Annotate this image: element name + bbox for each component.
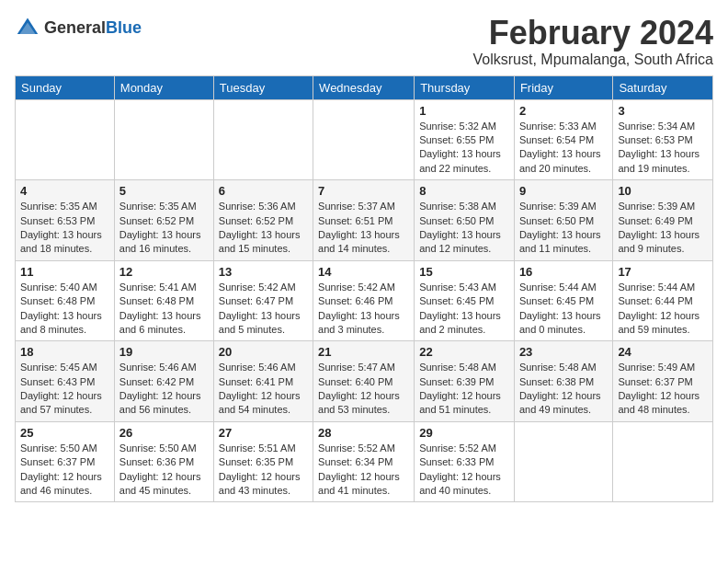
calendar-cell: 26Sunrise: 5:50 AM Sunset: 6:36 PM Dayli…	[114, 421, 213, 502]
day-info: Sunrise: 5:46 AM Sunset: 6:42 PM Dayligh…	[119, 361, 209, 418]
weekday-header-saturday: Saturday	[613, 75, 713, 99]
day-number: 14	[318, 265, 409, 279]
calendar-cell: 8Sunrise: 5:38 AM Sunset: 6:50 PM Daylig…	[415, 180, 515, 261]
logo-text-general: General	[44, 18, 106, 37]
calendar-cell: 9Sunrise: 5:39 AM Sunset: 6:50 PM Daylig…	[514, 180, 613, 261]
day-info: Sunrise: 5:52 AM Sunset: 6:33 PM Dayligh…	[419, 442, 509, 499]
day-number: 28	[318, 426, 409, 440]
day-number: 13	[219, 265, 308, 279]
day-info: Sunrise: 5:48 AM Sunset: 6:38 PM Dayligh…	[519, 361, 609, 418]
day-info: Sunrise: 5:39 AM Sunset: 6:50 PM Dayligh…	[519, 200, 609, 257]
day-number: 24	[618, 345, 708, 359]
day-number: 5	[119, 184, 209, 198]
calendar-week-row: 4Sunrise: 5:35 AM Sunset: 6:53 PM Daylig…	[16, 180, 713, 261]
day-info: Sunrise: 5:37 AM Sunset: 6:51 PM Dayligh…	[318, 200, 409, 257]
day-number: 8	[419, 184, 509, 198]
logo: GeneralBlue	[15, 15, 142, 40]
day-number: 19	[119, 345, 209, 359]
calendar-cell	[213, 99, 313, 180]
calendar-cell: 18Sunrise: 5:45 AM Sunset: 6:43 PM Dayli…	[16, 341, 115, 422]
calendar-cell: 24Sunrise: 5:49 AM Sunset: 6:37 PM Dayli…	[613, 341, 713, 422]
weekday-header-row: SundayMondayTuesdayWednesdayThursdayFrid…	[16, 75, 713, 99]
day-number: 27	[219, 426, 308, 440]
day-info: Sunrise: 5:38 AM Sunset: 6:50 PM Dayligh…	[419, 200, 509, 257]
calendar-cell: 27Sunrise: 5:51 AM Sunset: 6:35 PM Dayli…	[213, 421, 313, 502]
weekday-header-sunday: Sunday	[16, 75, 115, 99]
day-info: Sunrise: 5:48 AM Sunset: 6:39 PM Dayligh…	[419, 361, 509, 418]
month-title: February 2024	[473, 15, 713, 52]
day-number: 20	[219, 345, 308, 359]
day-info: Sunrise: 5:44 AM Sunset: 6:45 PM Dayligh…	[519, 281, 609, 338]
header: GeneralBlue February 2024 Volksrust, Mpu…	[15, 15, 713, 68]
day-info: Sunrise: 5:32 AM Sunset: 6:55 PM Dayligh…	[419, 120, 509, 177]
calendar-cell	[114, 99, 213, 180]
day-number: 25	[20, 426, 109, 440]
day-info: Sunrise: 5:42 AM Sunset: 6:46 PM Dayligh…	[318, 281, 409, 338]
day-number: 12	[119, 265, 209, 279]
day-info: Sunrise: 5:42 AM Sunset: 6:47 PM Dayligh…	[219, 281, 308, 338]
weekday-header-tuesday: Tuesday	[213, 75, 313, 99]
day-number: 6	[219, 184, 308, 198]
calendar-cell: 17Sunrise: 5:44 AM Sunset: 6:44 PM Dayli…	[613, 260, 713, 341]
day-info: Sunrise: 5:39 AM Sunset: 6:49 PM Dayligh…	[618, 200, 708, 257]
day-number: 21	[318, 345, 409, 359]
day-number: 2	[519, 104, 609, 118]
day-info: Sunrise: 5:35 AM Sunset: 6:53 PM Dayligh…	[20, 200, 109, 257]
day-info: Sunrise: 5:46 AM Sunset: 6:41 PM Dayligh…	[219, 361, 308, 418]
calendar-week-row: 1Sunrise: 5:32 AM Sunset: 6:55 PM Daylig…	[16, 99, 713, 180]
calendar-cell	[514, 421, 613, 502]
day-number: 9	[519, 184, 609, 198]
calendar-cell: 29Sunrise: 5:52 AM Sunset: 6:33 PM Dayli…	[415, 421, 515, 502]
logo-icon	[15, 15, 40, 40]
day-number: 29	[419, 426, 509, 440]
calendar-cell: 14Sunrise: 5:42 AM Sunset: 6:46 PM Dayli…	[313, 260, 415, 341]
day-info: Sunrise: 5:44 AM Sunset: 6:44 PM Dayligh…	[618, 281, 708, 338]
calendar-table: SundayMondayTuesdayWednesdayThursdayFrid…	[15, 75, 713, 503]
day-number: 4	[20, 184, 109, 198]
day-number: 18	[20, 345, 109, 359]
calendar-cell: 19Sunrise: 5:46 AM Sunset: 6:42 PM Dayli…	[114, 341, 213, 422]
day-info: Sunrise: 5:49 AM Sunset: 6:37 PM Dayligh…	[618, 361, 708, 418]
calendar-cell: 20Sunrise: 5:46 AM Sunset: 6:41 PM Dayli…	[213, 341, 313, 422]
day-info: Sunrise: 5:34 AM Sunset: 6:53 PM Dayligh…	[618, 120, 708, 177]
calendar-cell	[613, 421, 713, 502]
day-number: 15	[419, 265, 509, 279]
calendar-cell: 23Sunrise: 5:48 AM Sunset: 6:38 PM Dayli…	[514, 341, 613, 422]
day-number: 16	[519, 265, 609, 279]
calendar-cell	[16, 99, 115, 180]
weekday-header-monday: Monday	[114, 75, 213, 99]
day-info: Sunrise: 5:51 AM Sunset: 6:35 PM Dayligh…	[219, 442, 308, 499]
calendar-week-row: 11Sunrise: 5:40 AM Sunset: 6:48 PM Dayli…	[16, 260, 713, 341]
day-number: 22	[419, 345, 509, 359]
weekday-header-friday: Friday	[514, 75, 613, 99]
day-info: Sunrise: 5:33 AM Sunset: 6:54 PM Dayligh…	[519, 120, 609, 177]
calendar-cell: 1Sunrise: 5:32 AM Sunset: 6:55 PM Daylig…	[415, 99, 515, 180]
calendar-cell: 21Sunrise: 5:47 AM Sunset: 6:40 PM Dayli…	[313, 341, 415, 422]
calendar-cell: 12Sunrise: 5:41 AM Sunset: 6:48 PM Dayli…	[114, 260, 213, 341]
calendar-cell: 13Sunrise: 5:42 AM Sunset: 6:47 PM Dayli…	[213, 260, 313, 341]
calendar-cell: 7Sunrise: 5:37 AM Sunset: 6:51 PM Daylig…	[313, 180, 415, 261]
location-subtitle: Volksrust, Mpumalanga, South Africa	[473, 52, 713, 68]
calendar-cell	[313, 99, 415, 180]
day-info: Sunrise: 5:41 AM Sunset: 6:48 PM Dayligh…	[119, 281, 209, 338]
day-info: Sunrise: 5:45 AM Sunset: 6:43 PM Dayligh…	[20, 361, 109, 418]
day-info: Sunrise: 5:40 AM Sunset: 6:48 PM Dayligh…	[20, 281, 109, 338]
logo-text-blue: Blue	[106, 18, 142, 37]
day-info: Sunrise: 5:50 AM Sunset: 6:36 PM Dayligh…	[119, 442, 209, 499]
weekday-header-wednesday: Wednesday	[313, 75, 415, 99]
calendar-cell: 16Sunrise: 5:44 AM Sunset: 6:45 PM Dayli…	[514, 260, 613, 341]
day-number: 7	[318, 184, 409, 198]
calendar-week-row: 25Sunrise: 5:50 AM Sunset: 6:37 PM Dayli…	[16, 421, 713, 502]
calendar-cell: 25Sunrise: 5:50 AM Sunset: 6:37 PM Dayli…	[16, 421, 115, 502]
day-info: Sunrise: 5:50 AM Sunset: 6:37 PM Dayligh…	[20, 442, 109, 499]
day-number: 26	[119, 426, 209, 440]
calendar-cell: 28Sunrise: 5:52 AM Sunset: 6:34 PM Dayli…	[313, 421, 415, 502]
day-number: 1	[419, 104, 509, 118]
day-number: 11	[20, 265, 109, 279]
day-info: Sunrise: 5:35 AM Sunset: 6:52 PM Dayligh…	[119, 200, 209, 257]
day-number: 17	[618, 265, 708, 279]
calendar-cell: 4Sunrise: 5:35 AM Sunset: 6:53 PM Daylig…	[16, 180, 115, 261]
calendar-cell: 11Sunrise: 5:40 AM Sunset: 6:48 PM Dayli…	[16, 260, 115, 341]
day-info: Sunrise: 5:52 AM Sunset: 6:34 PM Dayligh…	[318, 442, 409, 499]
calendar-cell: 5Sunrise: 5:35 AM Sunset: 6:52 PM Daylig…	[114, 180, 213, 261]
